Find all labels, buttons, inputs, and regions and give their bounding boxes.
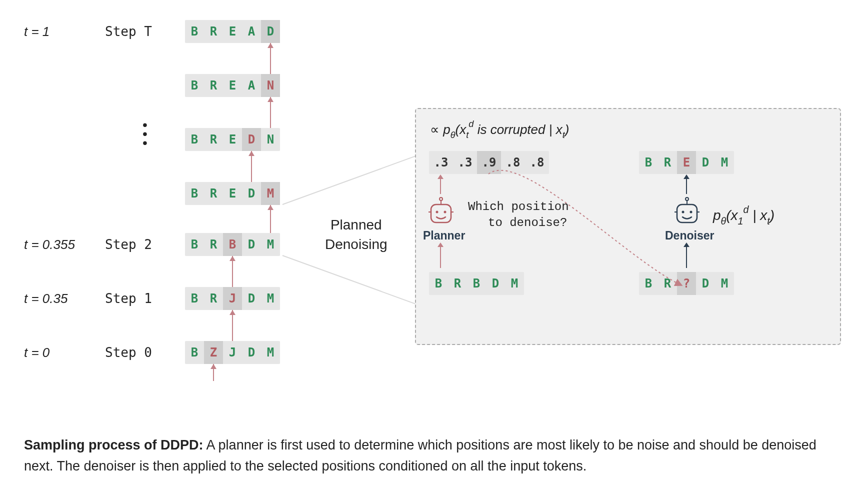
arrow-up-5 xyxy=(223,310,242,341)
token-row-top: BREAD xyxy=(185,20,280,43)
svg-point-4 xyxy=(444,211,446,214)
planner-probabilities: .3.3.9.8.8 xyxy=(429,151,549,174)
time-label-t1: t = 1 xyxy=(24,24,50,40)
step-label-1: Step 1 xyxy=(105,291,152,306)
svg-point-10 xyxy=(682,211,684,214)
time-label-t035: t = 0.35 xyxy=(24,291,68,306)
planner-question-l2: to denoise? xyxy=(488,216,567,230)
svg-point-0 xyxy=(440,198,442,200)
time-label-t0: t = 0 xyxy=(24,345,50,360)
arrow-up-1 xyxy=(261,97,280,128)
planner-prob-expression: ∝ pθ(xtd is corrupted | xt) xyxy=(430,121,569,140)
arrow-planner-to-probs xyxy=(440,179,441,194)
denoiser-output-tokens: BREDM xyxy=(639,151,734,174)
step-label-2: Step 2 xyxy=(105,237,152,252)
token-row-t3: BREDM xyxy=(185,182,280,205)
svg-point-7 xyxy=(686,198,688,200)
selection-curve xyxy=(416,109,840,344)
detail-panel: ∝ pθ(xtd is corrupted | xt) .3.3.9.8.8 P… xyxy=(415,108,841,345)
denoiser-title: Denoiser xyxy=(665,229,714,242)
planner-question-l1: Which position xyxy=(468,200,569,214)
step-label-T: Step T xyxy=(105,24,152,39)
denoiser-input-tokens: BR?DM xyxy=(639,272,734,295)
arrow-input-to-planner xyxy=(440,247,441,268)
token-row-t2: BREDN xyxy=(185,128,280,151)
vertical-ellipsis: ••• xyxy=(142,122,148,146)
arrow-up-4 xyxy=(223,256,242,287)
arrow-input-to-denoiser xyxy=(686,247,687,268)
svg-rect-2 xyxy=(431,204,451,222)
svg-rect-9 xyxy=(677,204,697,222)
time-label-t0355: t = 0.355 xyxy=(24,237,75,252)
denoiser-robot-icon xyxy=(673,197,701,228)
token-row-t1: BREAN xyxy=(185,74,280,97)
figure-caption: Sampling process of DDPD: A planner is f… xyxy=(24,435,845,477)
planner-input-tokens: BRBDM xyxy=(429,272,524,295)
svg-point-3 xyxy=(436,211,438,214)
step-label-0: Step 0 xyxy=(105,345,152,360)
planned-denoising-label: Planned Denoising xyxy=(325,215,388,254)
token-row-step0: BZJDM xyxy=(185,341,280,364)
planner-title: Planner xyxy=(423,229,465,242)
arrow-up-top xyxy=(261,43,280,74)
token-row-step1: BRJDM xyxy=(185,287,280,310)
svg-point-11 xyxy=(690,211,692,214)
token-row-step2: BRBDM xyxy=(185,233,280,256)
arrow-up-3 xyxy=(261,205,280,233)
denoiser-prob-expression: pθ(x1d | xt) xyxy=(713,206,774,226)
planner-robot-icon xyxy=(427,197,455,228)
arrow-up-2 xyxy=(242,151,261,182)
arrow-denoiser-to-output xyxy=(686,179,687,194)
arrow-up-6 xyxy=(204,364,223,381)
page: t = 1 t = 0.355 t = 0.35 t = 0 Step T St… xyxy=(0,0,865,504)
